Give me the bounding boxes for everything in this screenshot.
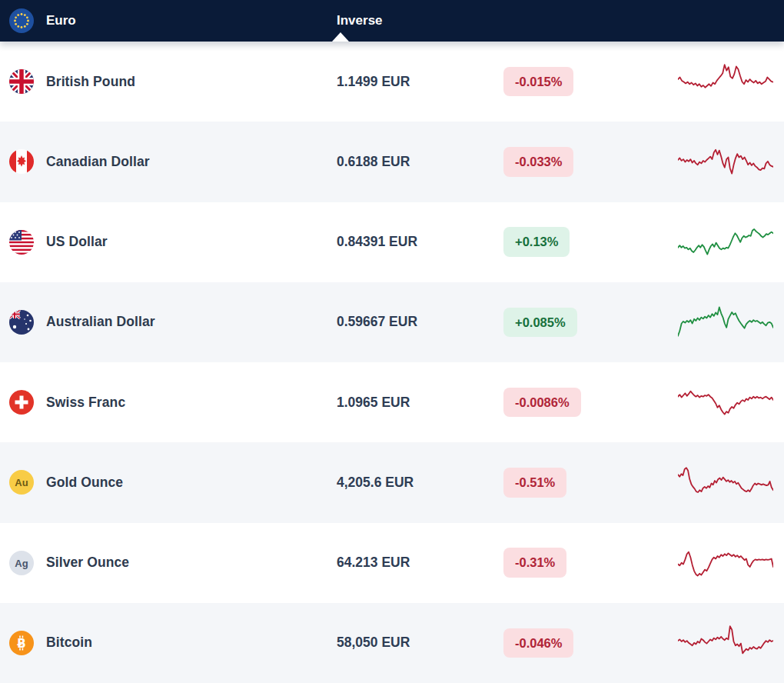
sparkline-chart	[678, 301, 773, 344]
sparkline-chart	[678, 60, 773, 103]
table-row[interactable]: US Dollar 0.84391 EUR +0.13%	[0, 202, 784, 282]
change-percent-badge: -0.033%	[503, 147, 573, 177]
currency-name: Swiss Franc	[46, 395, 337, 411]
sparkline-chart	[678, 541, 773, 585]
inverse-rate-value: 0.59667 EUR	[337, 314, 503, 330]
crypto-bitcoin-icon: Ƀ	[9, 631, 34, 655]
sparkline-chart	[678, 621, 773, 665]
svg-text:Ag: Ag	[15, 558, 28, 569]
change-percent-badge: -0.046%	[503, 628, 573, 658]
inverse-rate-value: 1.0965 EUR	[337, 395, 503, 411]
currency-rates-table: Euro Inverse British Pound 1.1499 EUR -0…	[0, 0, 784, 683]
change-percent-badge: -0.51%	[503, 468, 566, 498]
flag-us-icon	[9, 230, 34, 255]
column-header-inverse[interactable]: Inverse	[337, 13, 503, 28]
change-percent-badge: -0.31%	[503, 548, 566, 578]
sparkline-chart	[678, 140, 773, 183]
table-row[interactable]: Au Gold Ounce 4,205.6 EUR -0.51%	[0, 442, 784, 522]
change-percent-badge: +0.085%	[503, 308, 577, 338]
rates-row-list: British Pound 1.1499 EUR -0.015% Canadia…	[0, 42, 784, 683]
currency-name: Gold Ounce	[46, 475, 337, 491]
table-row[interactable]: British Pound 1.1499 EUR -0.015%	[0, 42, 784, 122]
inverse-rate-value: 58,050 EUR	[337, 635, 503, 651]
currency-name: British Pound	[46, 74, 337, 90]
base-currency-label: Euro	[46, 13, 337, 28]
table-row[interactable]: Australian Dollar 0.59667 EUR +0.085%	[0, 282, 784, 362]
table-row[interactable]: Ag Silver Ounce 64.213 EUR -0.31%	[0, 523, 784, 603]
currency-name: Canadian Dollar	[46, 154, 337, 170]
sparkline-chart	[678, 221, 773, 264]
sort-triangle-icon	[332, 32, 349, 42]
change-percent-badge: +0.13%	[503, 227, 570, 257]
flag-au-icon	[9, 310, 34, 335]
currency-name: US Dollar	[46, 234, 337, 250]
inverse-rate-value: 0.84391 EUR	[337, 234, 503, 250]
svg-text:Ƀ: Ƀ	[17, 636, 25, 650]
flag-eu-icon	[9, 8, 34, 33]
flag-ch-icon	[9, 390, 34, 415]
inverse-rate-value: 4,205.6 EUR	[337, 475, 503, 491]
currency-name: Australian Dollar	[46, 314, 337, 330]
metal-gold-icon: Au	[9, 470, 34, 495]
change-percent-badge: -0.015%	[503, 67, 573, 97]
inverse-rate-value: 64.213 EUR	[337, 555, 503, 571]
currency-name: Silver Ounce	[46, 555, 337, 571]
inverse-rate-value: 1.1499 EUR	[337, 74, 503, 90]
table-row[interactable]: Canadian Dollar 0.6188 EUR -0.033%	[0, 122, 784, 202]
table-header: Euro Inverse	[0, 0, 784, 42]
svg-text:Au: Au	[15, 477, 28, 488]
metal-silver-icon: Ag	[9, 551, 34, 575]
change-percent-badge: -0.0086%	[503, 388, 581, 418]
sparkline-chart	[678, 381, 773, 424]
table-row[interactable]: Ƀ Bitcoin 58,050 EUR -0.046%	[0, 603, 784, 683]
table-row[interactable]: Swiss Franc 1.0965 EUR -0.0086%	[0, 362, 784, 442]
currency-name: Bitcoin	[46, 635, 337, 651]
flag-gb-icon	[9, 69, 34, 94]
sparkline-chart	[678, 461, 773, 504]
flag-ca-icon	[9, 149, 34, 174]
inverse-rate-value: 0.6188 EUR	[337, 154, 503, 170]
